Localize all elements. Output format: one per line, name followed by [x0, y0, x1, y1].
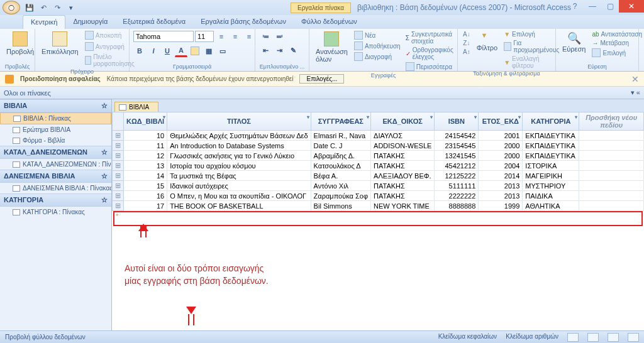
row-selector[interactable]: ⊞ [113, 131, 124, 141]
align-center-icon[interactable]: ≡ [229, 30, 242, 43]
view-form-button[interactable] [587, 333, 599, 342]
font-color-button[interactable]: A [175, 45, 187, 57]
security-text: Κάποια περιεχόμενα της βάσης δεδομένων έ… [107, 75, 294, 82]
ribbon-tab-datasheet[interactable]: Φύλλο δεδομένων [294, 15, 365, 29]
nav-item[interactable]: ΚΑΤΗΓΟΡΙΑ : Πίνακας [0, 207, 111, 217]
table-row[interactable]: ⊞11An Introduction to Database SystemsDa… [113, 141, 644, 151]
nav-item[interactable]: ΔΑΝΕΙΣΜΕΝΑ ΒΙΒΛΙΑ : Πίνακας [0, 183, 111, 193]
undo-icon[interactable]: ↶ [38, 2, 49, 13]
toggle-filter-button[interactable]: ▼ Εναλλαγή φίλτρου [502, 55, 562, 70]
data-grid[interactable]: ΚΩΔ_ΒΙΒΛΙ▾ΤΙΤΛΟΣ▾ΣΥΓΓΡΑΦΕΑΣ▾ΕΚΔ_ΟΙΚΟΣ▾IS… [112, 112, 644, 211]
delete-record-button[interactable]: Διαγραφή [353, 52, 402, 62]
row-selector[interactable]: ⊞ [113, 141, 124, 151]
selection-filter-button[interactable]: ▼ Επιλογή [502, 30, 562, 38]
ribbon-tab-dbtools[interactable]: Εργαλεία βάσης δεδομένων [193, 15, 294, 29]
list-number-icon[interactable]: ≕ [273, 30, 286, 43]
table-row[interactable]: ⊞10Θεμελιώδεις Αρχές Συστημάτων Βάσεων Δ… [113, 131, 644, 141]
office-button[interactable]: ◯ [3, 1, 20, 14]
fill-color-button[interactable] [189, 45, 201, 57]
row-selector[interactable]: ⊞ [113, 201, 124, 211]
ribbon-tab-home[interactable]: Κεντρική [23, 15, 65, 29]
document-tab[interactable]: ΒΙΒΛΙΑ [114, 102, 158, 112]
row-selector[interactable]: ⊞ [113, 191, 124, 201]
view-datasheet-button[interactable] [567, 333, 579, 342]
nav-group-header[interactable]: ΔΑΝΕΙΣΜΕΝΑ ΒΙΒΛΙΑ☆ [0, 170, 111, 183]
nav-group-header[interactable]: ΚΑΤΑΛ_ΔΑΝΕΙΖΟΜΕΝΩΝ☆ [0, 146, 111, 159]
highlight-icon[interactable]: ✎ [287, 44, 299, 57]
align-left-icon[interactable]: ≡ [215, 30, 228, 43]
gridlines-button[interactable]: ▦ [203, 45, 215, 57]
find-button[interactable]: 🔍Εύρεση [560, 30, 588, 54]
refresh-all-button[interactable]: Ανανέωση όλων [313, 30, 350, 64]
filter-button[interactable]: ▼Φίλτρο [474, 30, 500, 53]
save-record-button[interactable]: Αποθήκευση [353, 41, 402, 51]
replace-button[interactable]: ab Αντικατάσταση [591, 30, 643, 38]
column-header[interactable]: ΤΙΤΛΟΣ▾ [167, 112, 311, 131]
redo-icon[interactable]: ↷ [52, 2, 63, 13]
table-row[interactable]: ⊞13Ιστορία του αρχαίου κόσμουΚατσουλάκος… [113, 161, 644, 171]
sort-desc-button[interactable]: Z↓ [462, 39, 471, 47]
table-row[interactable]: ⊞15Ιδανικοί αυτόχειρεςΑντόνιο ΧιλΠΑΤΑΚΗΣ… [113, 181, 644, 191]
view-design-button[interactable] [628, 333, 639, 342]
row-selector[interactable]: ⊞ [113, 151, 124, 161]
ribbon-tab-create[interactable]: Δημιουργία [65, 15, 115, 29]
align-right-icon[interactable]: ≡ [243, 30, 255, 43]
nav-item[interactable]: ΒΙΒΛΙΑ : Πίνακας [0, 112, 111, 124]
font-name-select[interactable] [133, 31, 194, 42]
table-row[interactable]: ⊞16Ο Μπεν, η Μου και τα σκουπίδια - ΟΙΚΟ… [113, 191, 644, 201]
column-header[interactable]: ΚΩΔ_ΒΙΒΛΙ▾ [124, 112, 167, 131]
row-selector[interactable]: ⊞ [113, 171, 124, 181]
column-header[interactable]: ΕΚΔ_ΟΙΚΟΣ▾ [371, 112, 435, 131]
column-header[interactable]: ΚΑΤΗΓΟΡΙΑ▾ [523, 112, 579, 131]
view-button[interactable]: Προβολή [4, 30, 36, 57]
advanced-filter-button[interactable]: Για προχωρημένους [502, 39, 562, 54]
new-record-button[interactable]: Νέα [353, 30, 402, 40]
indent-inc-icon[interactable]: ⇥ [273, 44, 286, 57]
bold-button[interactable]: B [133, 45, 146, 57]
table-row[interactable]: ⊞12Γλωσσικές ασκήσεις για το Γενικό Λύκε… [113, 151, 644, 161]
nav-item[interactable]: Ερώτημα ΒΙΒΛΙΑ [0, 124, 111, 135]
goto-button[interactable]: → Μετάβαση [591, 39, 643, 47]
maximize-button[interactable]: ▢ [601, 0, 619, 13]
nav-pane-header[interactable]: Ολοι οι πίνακες ▾ « [0, 87, 644, 99]
underline-button[interactable]: U [161, 45, 174, 57]
group-clipboard-label: Πρόχειρο [39, 68, 125, 75]
ribbon-tab-external[interactable]: Εξωτερικά δεδομένα [115, 15, 193, 29]
nav-item[interactable]: ΚΑΤΑΛ_ΔΑΝΕΙΖΟΜΕΝΩΝ : Πίνα... [0, 159, 111, 170]
close-message-icon[interactable]: ✕ [631, 74, 639, 84]
italic-button[interactable]: I [147, 45, 160, 57]
select-button[interactable]: Επιλογή [591, 48, 643, 58]
nav-group-header[interactable]: ΚΑΤΗΓΟΡΙΑ☆ [0, 193, 111, 207]
nav-item[interactable]: Φόρμα - Βιβλία [0, 135, 111, 146]
table-row[interactable]: ⊞14Τα μυστικά της ΒέφαςΒέφα Α.ΑΛΕΞΙΑΔΟΥ … [113, 171, 644, 181]
minimize-button[interactable]: — [584, 0, 601, 13]
qat-dropdown-icon[interactable]: ▾ [65, 2, 77, 13]
more-button[interactable]: Περισσότερα [404, 62, 455, 72]
security-options-button[interactable]: Επιλογές... [299, 74, 344, 84]
alt-fill-button[interactable]: ▭ [216, 45, 229, 57]
table-row[interactable]: ⊞17THE BOOK OF BASKETBALLBil SimmonsNEW … [113, 201, 644, 211]
save-icon[interactable]: 💾 [24, 2, 35, 13]
row-selector[interactable]: ⊞ [113, 181, 124, 191]
row-selector[interactable]: ⊞ [113, 161, 124, 171]
font-size-select[interactable] [195, 31, 214, 42]
title-bar: ◯ 💾 ↶ ↷ ▾ Εργαλεία πίνακα βιβλιοθηκη : Β… [0, 0, 644, 15]
close-button[interactable]: ✕ [619, 0, 644, 13]
help-icon[interactable]: ? [566, 0, 584, 13]
column-header[interactable]: ΕΤΟΣ_ΕΚΔ▾ [479, 112, 523, 131]
spelling-button[interactable]: ✓ Ορθογραφικός έλεγχος [404, 46, 455, 61]
column-header[interactable]: ISBN▾ [435, 112, 479, 131]
list-bullet-icon[interactable]: ≔ [259, 30, 272, 43]
totals-button[interactable]: Σ Συγκεντρωτικά στοιχεία [404, 30, 455, 45]
column-header[interactable]: ΣΥΓΓΡΑΦΕΑΣ▾ [311, 112, 370, 131]
clear-sort-button[interactable]: A↕ [462, 48, 472, 56]
nav-group-header[interactable]: ΒΙΒΛΙΑ☆ [0, 99, 111, 112]
view-layout-button[interactable] [608, 333, 619, 342]
sort-asc-button[interactable]: A↓ [462, 30, 472, 38]
annotation-arrow-down-icon [185, 307, 197, 325]
add-field-column[interactable]: Προσθήκη νέου πεδίου [579, 112, 644, 131]
chevron-down-icon[interactable]: ▾ « [631, 89, 640, 97]
select-all-cell[interactable] [113, 112, 124, 131]
paste-button[interactable]: Επικόλληση [39, 30, 81, 57]
indent-dec-icon[interactable]: ⇤ [259, 44, 272, 57]
